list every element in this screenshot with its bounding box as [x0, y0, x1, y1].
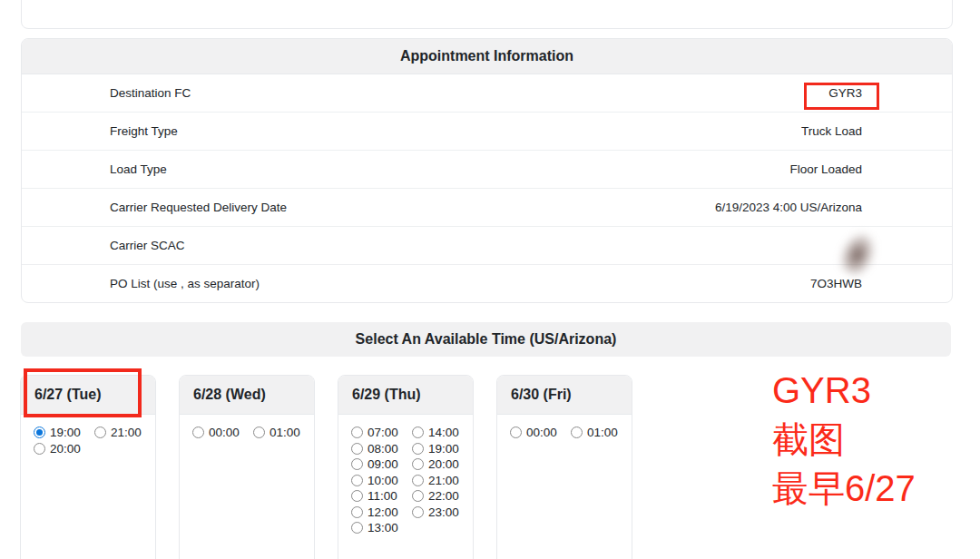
day-card: 6/29 (Thu) 07:0008:0009:0010:0011:0012:0… [338, 375, 474, 559]
time-slot-option[interactable]: 21:00 [94, 425, 150, 441]
radio-button[interactable] [412, 443, 424, 455]
time-slot-option[interactable]: 14:00 [412, 425, 467, 441]
day-card-times: 00:0001:00 [180, 415, 314, 441]
time-slot-option[interactable]: 08:00 [351, 441, 407, 457]
time-slot-option[interactable]: 20:00 [412, 456, 467, 473]
row-label: Freight Type [110, 124, 178, 138]
day-card: 6/28 (Wed) 00:0001:00 [179, 375, 315, 559]
time-slot-option[interactable]: 22:00 [412, 488, 467, 505]
row-value: Truck Load [801, 124, 862, 138]
page: Appointment Information Destination FC G… [0, 0, 980, 559]
time-slot-label: 22:00 [428, 489, 459, 503]
time-slot-label: 08:00 [368, 442, 398, 456]
radio-button[interactable] [351, 458, 363, 470]
day-card-header: 6/28 (Wed) [180, 376, 314, 415]
time-select-header: Select An Available Time (US/Arizona) [21, 322, 951, 357]
time-slot-option[interactable]: 01:00 [571, 425, 626, 441]
appointment-row: Destination FC GYR3 [22, 74, 952, 113]
row-label: PO List (use , as separator) [110, 277, 260, 290]
time-slot-label: 01:00 [270, 426, 300, 439]
appointment-row: Carrier Requested Delivery Date 6/19/202… [22, 189, 952, 227]
radio-button[interactable] [192, 427, 204, 438]
row-value: 6/19/2023 4:00 US/Arizona [715, 201, 862, 214]
radio-button[interactable] [351, 522, 363, 534]
row-label: Carrier Requested Delivery Date [110, 201, 287, 214]
radio-button[interactable] [351, 443, 363, 455]
red-annotation-line: 最早6/27 [772, 464, 916, 513]
time-slot-label: 00:00 [526, 426, 557, 439]
previous-section-card [21, 0, 953, 29]
time-slot-option[interactable]: 23:00 [412, 505, 467, 521]
day-card-header: 6/29 (Thu) [338, 376, 473, 415]
time-slot-label: 20:00 [428, 457, 459, 471]
appointment-rows: Destination FC GYR3 Freight Type Truck L… [22, 74, 952, 302]
red-annotation-text: GYR3截图最早6/27 [772, 366, 916, 513]
time-slot-option[interactable]: 00:00 [510, 425, 565, 441]
radio-button[interactable] [351, 427, 363, 438]
time-slot-option[interactable]: 13:00 [351, 520, 407, 536]
time-slot-label: 20:00 [50, 442, 81, 456]
appointment-row: Carrier SCAC [22, 227, 952, 265]
appointment-info-title: Appointment Information [22, 39, 952, 74]
radio-button[interactable] [351, 475, 363, 486]
row-value: 7O3HWB [810, 277, 862, 290]
day-card-times: 07:0008:0009:0010:0011:0012:0013:0014:00… [338, 415, 473, 536]
radio-button[interactable] [412, 427, 424, 438]
radio-button[interactable] [351, 490, 363, 502]
day-card-times: 00:0001:00 [497, 415, 632, 441]
radio-button[interactable] [34, 443, 45, 455]
time-slot-label: 07:00 [368, 426, 398, 439]
time-slot-label: 21:00 [111, 426, 142, 439]
row-label: Carrier SCAC [110, 239, 185, 252]
appointment-row: Freight Type Truck Load [22, 113, 952, 151]
radio-button[interactable] [351, 506, 363, 518]
time-slot-label: 21:00 [428, 474, 459, 487]
time-slot-option[interactable]: 19:00 [34, 425, 89, 441]
time-slot-option[interactable]: 01:00 [253, 425, 309, 441]
time-slot-label: 11:00 [368, 489, 397, 503]
time-slot-option[interactable]: 21:00 [412, 473, 467, 489]
day-card: 6/30 (Fri) 00:0001:00 [496, 375, 632, 559]
time-slot-label: 23:00 [428, 505, 459, 519]
red-annotation-line: GYR3 [772, 366, 916, 415]
day-card-times: 19:0020:0021:00 [21, 415, 155, 456]
time-slot-option[interactable]: 12:00 [351, 505, 407, 521]
row-value: GYR3 [828, 86, 862, 100]
time-slot-option[interactable]: 11:00 [351, 488, 407, 505]
time-slot-label: 09:00 [368, 457, 398, 471]
radio-button[interactable] [510, 427, 522, 438]
appointment-row: PO List (use , as separator) 7O3HWB [22, 265, 952, 302]
time-slot-label: 01:00 [587, 426, 618, 439]
red-annotation-line: 截图 [772, 415, 916, 464]
row-label: Load Type [110, 162, 167, 176]
row-label: Destination FC [110, 86, 191, 100]
appointment-row: Load Type Floor Loaded [22, 151, 952, 189]
radio-button[interactable] [94, 427, 106, 438]
day-card: 6/27 (Tue) 19:0020:0021:00 [20, 375, 156, 559]
time-slot-label: 13:00 [368, 521, 398, 534]
time-slot-label: 12:00 [368, 505, 398, 519]
radio-button[interactable] [412, 506, 424, 518]
time-select-title: Select An Available Time (US/Arizona) [356, 331, 617, 348]
time-slot-option[interactable]: 10:00 [351, 473, 407, 489]
time-slot-option[interactable]: 20:00 [34, 441, 89, 457]
day-card-header: 6/30 (Fri) [497, 376, 632, 415]
radio-button-checked[interactable] [34, 427, 45, 438]
time-slot-label: 19:00 [428, 442, 459, 456]
time-slot-label: 00:00 [209, 426, 240, 439]
time-slot-option[interactable]: 00:00 [192, 425, 248, 441]
radio-button[interactable] [412, 490, 424, 502]
radio-button[interactable] [253, 427, 265, 438]
appointment-info-card: Appointment Information Destination FC G… [21, 38, 953, 303]
time-slot-option[interactable]: 09:00 [351, 456, 407, 473]
radio-button[interactable] [412, 475, 424, 486]
time-slot-option[interactable]: 19:00 [412, 441, 467, 457]
day-columns: 6/27 (Tue) 19:0020:0021:00 6/28 (Wed) 00… [20, 375, 632, 559]
time-slot-label: 10:00 [368, 474, 398, 487]
radio-button[interactable] [571, 427, 583, 438]
radio-button[interactable] [412, 458, 424, 470]
time-slot-label: 14:00 [428, 426, 459, 439]
time-slot-option[interactable]: 07:00 [351, 425, 407, 441]
time-slot-label: 19:00 [50, 426, 81, 439]
day-card-header: 6/27 (Tue) [21, 376, 155, 415]
